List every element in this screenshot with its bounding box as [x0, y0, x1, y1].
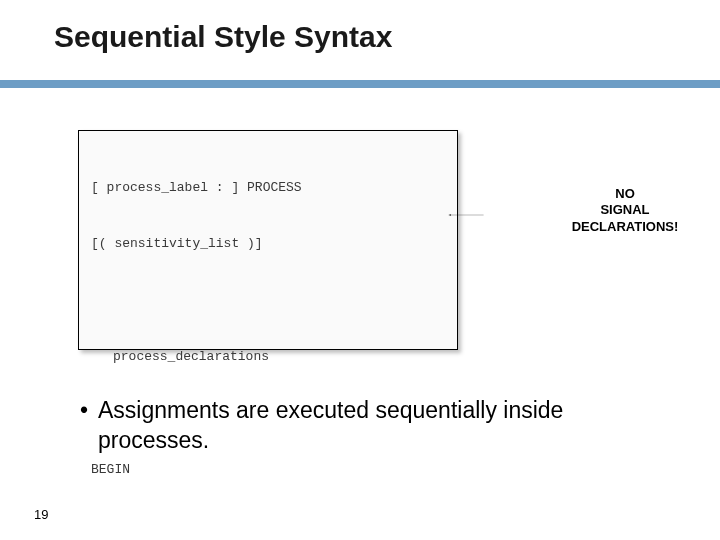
code-line-blank-a — [91, 292, 445, 311]
annotation-line-2: SIGNAL — [555, 202, 695, 218]
content-area: • Assignments are executed sequentially … — [70, 396, 650, 464]
bullet-marker: • — [70, 396, 98, 426]
page-number: 19 — [34, 507, 48, 522]
code-line-blank-c — [91, 518, 445, 537]
annotation-line-3: DECLARATIONS! — [555, 219, 695, 235]
annotation-line-1: NO — [555, 186, 695, 202]
annotation-callout: NO SIGNAL DECLARATIONS! — [555, 186, 695, 235]
code-line-3: process_declarations — [91, 348, 445, 367]
code-line-1: [ process_label : ] PROCESS — [91, 179, 445, 198]
code-line-4: BEGIN — [91, 461, 445, 480]
syntax-code-box: [ process_label : ] PROCESS [( sensitivi… — [78, 130, 458, 350]
accent-divider — [0, 80, 720, 88]
page-title: Sequential Style Syntax — [54, 20, 392, 54]
slide: Sequential Style Syntax [ process_label … — [0, 0, 720, 540]
code-line-2: [( sensitivity_list )] — [91, 235, 445, 254]
list-item: • Assignments are executed sequentially … — [70, 396, 650, 456]
bullet-text: Assignments are executed sequentially in… — [98, 396, 650, 456]
